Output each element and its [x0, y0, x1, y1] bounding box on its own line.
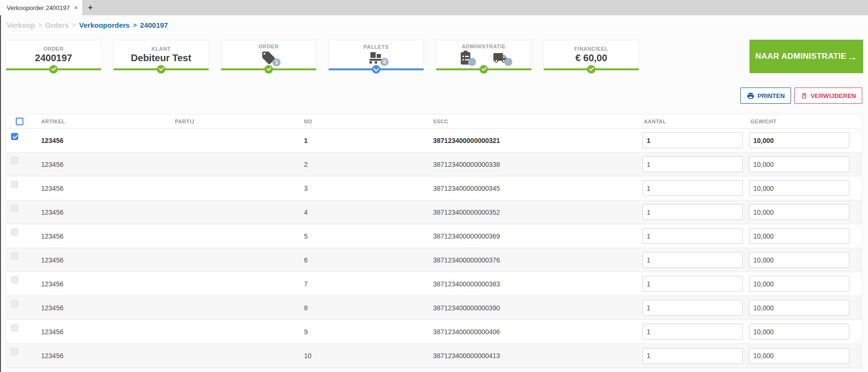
row-checkbox[interactable]	[11, 133, 18, 140]
check-circle-icon	[49, 65, 58, 74]
status-card-pallets[interactable]: PALLETS 0	[328, 40, 424, 70]
row-checkbox[interactable]	[11, 324, 18, 331]
primary-button-label: NAAR ADMINISTRATIE	[755, 52, 846, 61]
cell-no: 8	[293, 304, 422, 312]
aantal-input[interactable]	[642, 252, 743, 268]
aantal-input[interactable]	[642, 300, 743, 316]
row-checkbox[interactable]	[11, 229, 18, 236]
table-row: 123456 2 387123400000000338	[6, 153, 862, 176]
row-checkbox[interactable]	[11, 300, 18, 307]
cell-no: 1	[293, 137, 422, 144]
cell-artikel: 123456	[34, 304, 163, 312]
check-circle-icon	[587, 65, 596, 74]
print-button[interactable]: PRINTEN	[740, 88, 791, 104]
gewicht-input[interactable]	[749, 156, 849, 172]
count-badge	[504, 58, 512, 66]
pallet-table: ARTIKEL PARTIJ NO SSCC AANTAL GEWICHT 12…	[6, 114, 862, 368]
row-checkbox[interactable]	[11, 181, 18, 188]
cell-no: 3	[293, 185, 422, 192]
status-card-klant[interactable]: KLANT Debiteur Test	[113, 40, 209, 70]
cell-no: 7	[293, 280, 422, 288]
gewicht-input[interactable]	[749, 252, 849, 268]
table-row: 123456 8 387123400000000390	[6, 296, 862, 320]
table-row: 123456 1 387123400000000321	[6, 129, 862, 153]
delete-button[interactable]: VERWIJDEREN	[794, 88, 862, 104]
trash-icon	[801, 92, 808, 99]
count-badge	[468, 58, 476, 66]
truck-icon	[492, 51, 508, 65]
cell-artikel: 123456	[34, 232, 163, 240]
card-label: KLANT	[152, 46, 171, 52]
gewicht-input[interactable]	[749, 348, 849, 364]
status-card-financieel[interactable]: FINANCIEEL € 60,00	[543, 40, 639, 70]
aantal-input[interactable]	[642, 132, 743, 148]
row-checkbox[interactable]	[11, 276, 18, 284]
column-header-aantal[interactable]: AANTAL	[630, 119, 745, 124]
print-button-label: PRINTEN	[758, 92, 785, 99]
count-badge: 0	[380, 58, 389, 66]
status-card-order-lines[interactable]: ORDER 1	[221, 40, 316, 70]
aantal-input[interactable]	[642, 180, 743, 196]
count-badge: 1	[272, 58, 281, 66]
cell-artikel: 123456	[34, 137, 163, 144]
card-value: Debiteur Test	[131, 53, 191, 63]
status-cards: ORDER 2400197 KLANT Debiteur Test ORDER …	[6, 40, 639, 70]
gewicht-input[interactable]	[749, 204, 849, 220]
status-card-administratie[interactable]: ADMINISTRATIE	[436, 40, 532, 70]
cell-artikel: 123456	[34, 185, 163, 192]
cell-no: 6	[293, 256, 422, 264]
tab-bar: Verkooporder 2400197 ✕ +	[0, 0, 868, 15]
aantal-input[interactable]	[642, 156, 743, 172]
gewicht-input[interactable]	[749, 276, 849, 292]
column-header-artikel[interactable]: ARTIKEL	[34, 119, 163, 124]
cell-artikel: 123456	[34, 256, 163, 264]
pallet-icon: 0	[368, 51, 384, 65]
aantal-input[interactable]	[642, 348, 743, 364]
table-body: 123456 1 387123400000000321 123456 2 387…	[6, 129, 862, 368]
card-value: 2400197	[35, 53, 72, 63]
aantal-input[interactable]	[642, 324, 743, 339]
column-header-gewicht[interactable]: GEWICHT	[745, 119, 862, 124]
column-header-sscc[interactable]: SSCC	[422, 119, 630, 124]
breadcrumb: Verkoop > Orders > Verkooporders > 24001…	[0, 15, 868, 29]
chevron-down-circle-icon	[372, 65, 380, 74]
cell-sscc: 387123400000000383	[422, 280, 630, 288]
gewicht-input[interactable]	[749, 228, 849, 244]
breadcrumb-orders[interactable]: Orders	[45, 21, 69, 29]
clipboard-icon	[459, 51, 472, 65]
chevron-right-icon: >	[72, 22, 76, 29]
breadcrumb-verkoop[interactable]: Verkoop	[7, 21, 35, 29]
card-label: FINANCIEEL	[575, 46, 608, 52]
row-checkbox[interactable]	[11, 205, 18, 212]
aantal-input[interactable]	[642, 276, 743, 292]
gewicht-input[interactable]	[749, 132, 849, 148]
cell-sscc: 387123400000000345	[422, 185, 630, 192]
tab-verkooporder[interactable]: Verkooporder 2400197 ✕	[0, 0, 82, 15]
row-checkbox[interactable]	[11, 157, 18, 164]
table-row: 123456 3 387123400000000345	[6, 176, 862, 200]
cell-sscc: 387123400000000338	[422, 161, 630, 168]
cell-sscc: 387123400000000321	[422, 137, 630, 144]
breadcrumb-verkooporders[interactable]: Verkooporders	[79, 21, 130, 29]
close-icon[interactable]: ✕	[74, 5, 78, 11]
column-header-partij[interactable]: PARTIJ	[163, 119, 293, 124]
check-circle-icon	[157, 65, 165, 74]
status-card-order-number[interactable]: ORDER 2400197	[6, 40, 101, 70]
table-row: 123456 9 387123400000000406	[6, 320, 862, 344]
secondary-actions: PRINTEN VERWIJDEREN	[740, 88, 862, 104]
select-all-checkbox[interactable]	[16, 118, 23, 125]
gewicht-input[interactable]	[749, 180, 849, 196]
row-checkbox[interactable]	[11, 252, 18, 260]
new-tab-button[interactable]: +	[82, 0, 98, 15]
gewicht-input[interactable]	[749, 324, 849, 339]
cell-artikel: 123456	[34, 161, 163, 168]
aantal-input[interactable]	[642, 204, 743, 220]
column-header-no[interactable]: NO	[293, 119, 422, 124]
row-checkbox[interactable]	[11, 348, 18, 355]
cell-artikel: 123456	[34, 328, 163, 336]
gewicht-input[interactable]	[749, 300, 849, 316]
naar-administratie-button[interactable]: NAAR ADMINISTRATIE →	[749, 40, 863, 73]
check-circle-icon	[479, 65, 488, 74]
cell-no: 9	[293, 328, 422, 336]
aantal-input[interactable]	[642, 228, 743, 244]
